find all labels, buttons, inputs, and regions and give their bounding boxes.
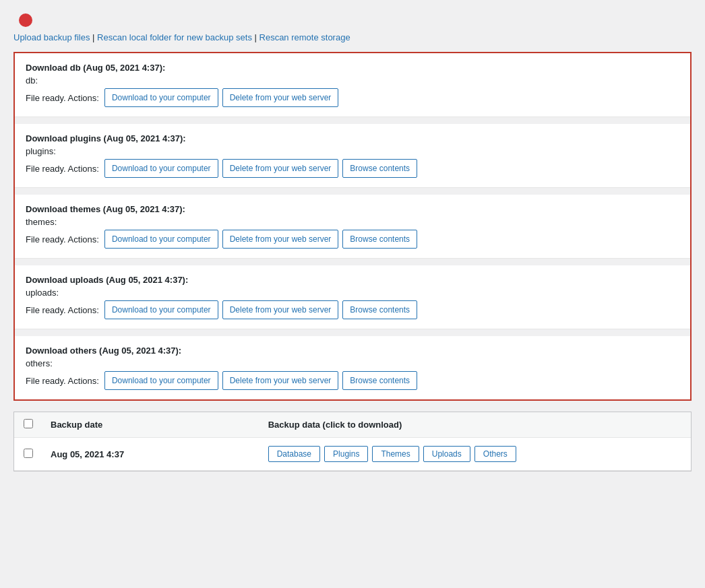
- backup-title-themes: Download themes (Aug 05, 2021 4:37):: [26, 204, 679, 214]
- table-themes-button[interactable]: Themes: [372, 446, 419, 462]
- delete-uploads-button[interactable]: Delete from your web server: [222, 300, 339, 319]
- backup-separator-4: [15, 329, 690, 336]
- backup-type-themes: themes:: [26, 217, 679, 227]
- delete-others-button[interactable]: Delete from your web server: [222, 371, 339, 390]
- backup-table-section: Backup date Backup data (click to downlo…: [13, 412, 692, 471]
- download-themes-button[interactable]: Download to your computer: [104, 230, 218, 249]
- backup-actions-uploads: File ready. Actions:Download to your com…: [26, 300, 679, 319]
- table-header: Backup date Backup data (click to downlo…: [14, 412, 691, 438]
- backup-item-uploads: Download uploads (Aug 05, 2021 4:37):upl…: [15, 265, 690, 329]
- backup-title-uploads: Download uploads (Aug 05, 2021 4:37):: [26, 275, 679, 285]
- actions-label-uploads: File ready. Actions:: [26, 305, 99, 315]
- backup-item-others: Download others (Aug 05, 2021 4:37):othe…: [15, 336, 690, 399]
- table-row-0: Aug 05, 2021 4:37DatabasePluginsThemesUp…: [14, 438, 691, 471]
- backup-type-db: db:: [26, 75, 679, 86]
- backup-type-plugins: plugins:: [26, 146, 679, 156]
- row-data-buttons-0: DatabasePluginsThemesUploadsOthers: [268, 446, 681, 462]
- download-uploads-button[interactable]: Download to your computer: [104, 300, 218, 319]
- backup-actions-others: File ready. Actions:Download to your com…: [26, 371, 679, 390]
- table-plugins-button[interactable]: Plugins: [324, 446, 368, 462]
- backup-item-themes: Download themes (Aug 05, 2021 4:37):them…: [15, 195, 690, 259]
- backup-item-db: Download db (Aug 05, 2021 4:37):db:File …: [15, 53, 690, 117]
- backup-type-uploads: uploads:: [26, 288, 679, 298]
- delete-themes-button[interactable]: Delete from your web server: [222, 230, 339, 249]
- more-tasks: Upload backup files | Rescan local folde…: [13, 32, 692, 42]
- rescan-local-folder-link[interactable]: Rescan local folder for new backup sets: [97, 32, 252, 42]
- upload-backup-files-link[interactable]: Upload backup files: [13, 32, 90, 42]
- select-all-checkbox[interactable]: [24, 419, 33, 428]
- backup-type-others: others:: [26, 358, 679, 368]
- row-date-0: Aug 05, 2021 4:37: [51, 449, 257, 459]
- actions-label-others: File ready. Actions:: [26, 376, 99, 386]
- table-uploads-button[interactable]: Uploads: [423, 446, 470, 462]
- section-title: [13, 13, 692, 27]
- table-rows: Aug 05, 2021 4:37DatabasePluginsThemesUp…: [14, 438, 691, 471]
- backup-actions-themes: File ready. Actions:Download to your com…: [26, 230, 679, 249]
- browse-plugins-button[interactable]: Browse contents: [342, 159, 417, 178]
- download-others-button[interactable]: Download to your computer: [104, 371, 218, 390]
- actions-label-plugins: File ready. Actions:: [26, 164, 99, 174]
- header-checkbox-col: [24, 419, 40, 430]
- delete-db-button[interactable]: Delete from your web server: [222, 88, 339, 107]
- browse-uploads-button[interactable]: Browse contents: [342, 300, 417, 319]
- page-wrapper: Upload backup files | Rescan local folde…: [0, 0, 705, 588]
- delete-plugins-button[interactable]: Delete from your web server: [222, 159, 339, 178]
- backup-count-badge: [19, 13, 32, 27]
- actions-label-db: File ready. Actions:: [26, 93, 99, 103]
- row-checkbox-0[interactable]: [24, 449, 33, 458]
- backup-separator-2: [15, 188, 690, 195]
- browse-themes-button[interactable]: Browse contents: [342, 230, 417, 249]
- backup-title-db: Download db (Aug 05, 2021 4:37):: [26, 63, 679, 73]
- backup-separator-3: [15, 259, 690, 265]
- backup-actions-db: File ready. Actions:Download to your com…: [26, 88, 679, 107]
- backup-title-others: Download others (Aug 05, 2021 4:37):: [26, 346, 679, 356]
- download-db-button[interactable]: Download to your computer: [104, 88, 218, 107]
- header-backup-data: Backup data (click to download): [268, 420, 681, 430]
- actions-label-themes: File ready. Actions:: [26, 234, 99, 244]
- header-backup-date: Backup date: [51, 420, 257, 430]
- table-others-button[interactable]: Others: [474, 446, 516, 462]
- browse-others-button[interactable]: Browse contents: [342, 371, 417, 390]
- backup-panel: Download db (Aug 05, 2021 4:37):db:File …: [13, 52, 692, 401]
- table-database-button[interactable]: Database: [268, 446, 320, 462]
- backup-item-plugins: Download plugins (Aug 05, 2021 4:37):plu…: [15, 124, 690, 188]
- rescan-remote-storage-link[interactable]: Rescan remote storage: [259, 32, 350, 42]
- backup-separator-1: [15, 117, 690, 124]
- backup-actions-plugins: File ready. Actions:Download to your com…: [26, 159, 679, 178]
- backup-title-plugins: Download plugins (Aug 05, 2021 4:37):: [26, 133, 679, 143]
- row-checkbox-col-0: [24, 449, 40, 460]
- download-plugins-button[interactable]: Download to your computer: [104, 159, 218, 178]
